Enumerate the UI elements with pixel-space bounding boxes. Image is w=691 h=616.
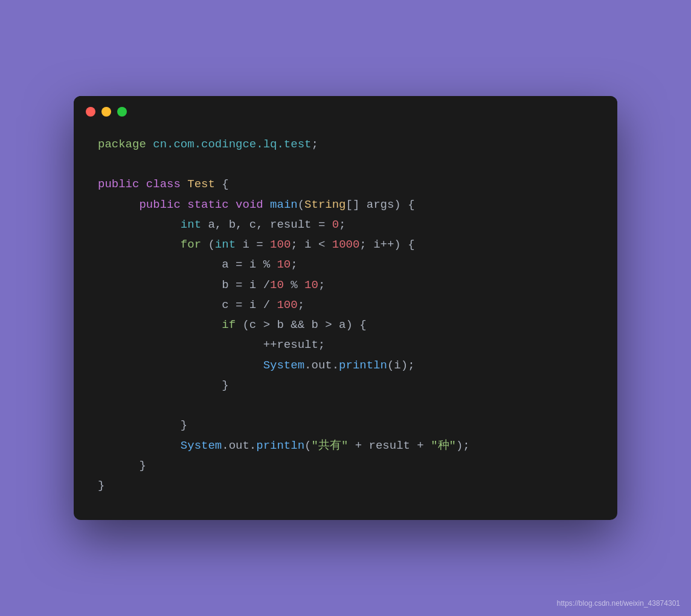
titlebar (74, 96, 617, 123)
code-block: package cn.com.codingce.lq.test; public … (74, 123, 617, 521)
maximize-dot[interactable] (117, 107, 127, 117)
minimize-dot[interactable] (101, 107, 111, 117)
code-window: package cn.com.codingce.lq.test; public … (74, 96, 617, 521)
watermark: https://blog.csdn.net/weixin_43874301 (557, 599, 680, 608)
close-dot[interactable] (86, 107, 95, 117)
